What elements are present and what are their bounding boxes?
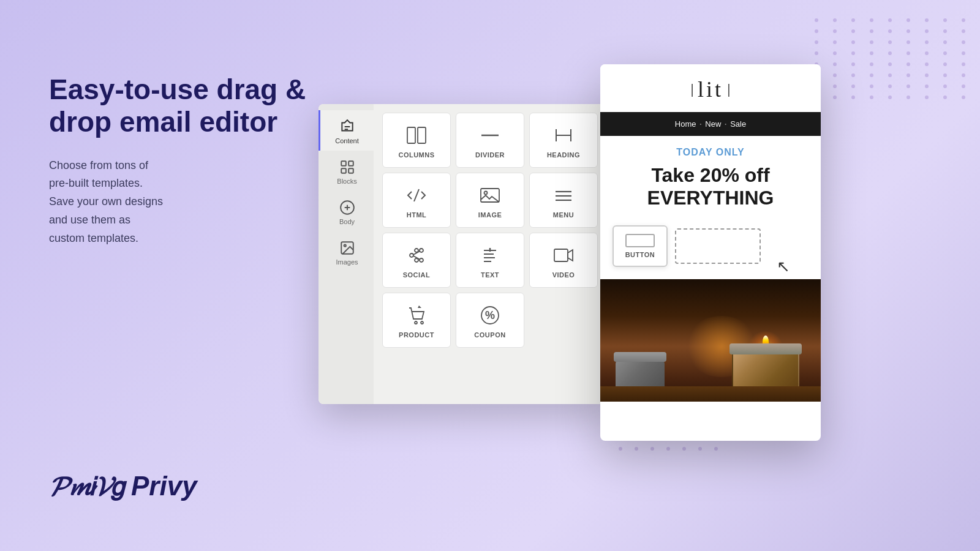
block-video[interactable]: VIDEO xyxy=(529,233,598,288)
svg-point-11 xyxy=(484,192,488,195)
block-divider-label: DIVIDER xyxy=(475,151,505,159)
svg-rect-2 xyxy=(341,168,346,173)
blocks-icon xyxy=(339,159,355,175)
social-icon xyxy=(405,244,428,266)
sidebar: Content Blocks Body Images xyxy=(318,104,374,404)
svg-rect-1 xyxy=(349,161,353,166)
block-social[interactable]: SOCIAL xyxy=(382,233,451,288)
sidebar-item-content[interactable]: Content xyxy=(318,110,374,151)
sidebar-body-label: Body xyxy=(339,218,355,225)
email-nav-dot-1: • xyxy=(700,121,702,127)
block-coupon[interactable]: % COUPON xyxy=(456,293,524,348)
sidebar-content-label: Content xyxy=(335,137,359,144)
svg-point-24 xyxy=(421,321,423,324)
sidebar-item-images[interactable]: Images xyxy=(318,231,374,272)
cursor-icon: ↖ xyxy=(777,257,790,276)
candle-scene xyxy=(600,279,821,402)
block-columns[interactable]: COLUMNS xyxy=(382,113,451,168)
coupon-icon: % xyxy=(479,304,501,326)
svg-rect-0 xyxy=(341,161,346,166)
svg-text:%: % xyxy=(485,309,495,321)
email-nav: Home • New • Sale xyxy=(600,112,821,136)
heading-icon xyxy=(552,124,575,146)
product-icon xyxy=(405,304,428,326)
email-nav-sale: Sale xyxy=(730,119,746,129)
block-heading-label: HEADING xyxy=(547,151,580,159)
block-text-label: TEXT xyxy=(481,271,499,279)
email-button-area: BUTTON ↖ xyxy=(600,222,821,279)
text-icon xyxy=(479,244,501,266)
email-drop-zone xyxy=(675,228,761,264)
svg-marker-25 xyxy=(418,305,421,308)
block-columns-label: COLUMNS xyxy=(398,151,434,159)
svg-rect-22 xyxy=(554,249,568,261)
email-nav-dot-2: • xyxy=(725,121,726,127)
block-menu[interactable]: MENU xyxy=(529,173,598,228)
blocks-grid: COLUMNS DIVIDER HEADING xyxy=(380,110,600,350)
block-text[interactable]: TEXT xyxy=(456,233,524,288)
sidebar-item-body[interactable]: Body xyxy=(318,191,374,231)
block-social-label: SOCIAL xyxy=(403,271,431,279)
columns-icon xyxy=(405,124,428,146)
video-icon xyxy=(552,244,575,266)
svg-rect-8 xyxy=(418,127,426,143)
sidebar-blocks-label: Blocks xyxy=(337,178,356,185)
email-today-only: TODAY ONLY xyxy=(600,136,821,162)
block-product[interactable]: PRODUCT xyxy=(382,293,451,348)
block-image-label: IMAGE xyxy=(478,211,502,219)
svg-point-16 xyxy=(420,249,423,252)
svg-point-17 xyxy=(420,258,423,262)
block-menu-label: MENU xyxy=(553,211,574,219)
block-image[interactable]: IMAGE xyxy=(456,173,524,228)
main-heading: Easy-to-use drag & drop email editor xyxy=(49,73,306,138)
sidebar-images-label: Images xyxy=(336,258,358,266)
email-preview: | lit | Home • New • Sale TODAY ONLY Tak… xyxy=(600,64,821,441)
block-html[interactable]: HTML xyxy=(382,173,451,228)
email-nav-home: Home xyxy=(675,119,696,129)
block-product-label: PRODUCT xyxy=(399,331,434,339)
content-area: COLUMNS DIVIDER HEADING xyxy=(374,104,606,404)
svg-point-6 xyxy=(344,245,345,247)
image-icon xyxy=(479,184,501,206)
images-icon xyxy=(339,240,355,256)
svg-point-15 xyxy=(410,253,413,257)
email-button-label: BUTTON xyxy=(625,251,655,258)
sub-text: Choose from tons ofpre-built templates.S… xyxy=(49,157,306,247)
divider-icon xyxy=(479,124,501,146)
block-html-label: HTML xyxy=(407,211,427,219)
dots-top-right xyxy=(796,0,980,245)
email-headline-line1: Take 20% off xyxy=(651,164,769,186)
block-divider[interactable]: DIVIDER xyxy=(456,113,524,168)
email-candle-image xyxy=(600,279,821,402)
svg-point-23 xyxy=(415,321,417,324)
block-coupon-label: COUPON xyxy=(474,331,505,339)
email-logo: lit xyxy=(698,77,723,102)
editor-panel: Content Blocks Body Images xyxy=(318,104,606,404)
content-icon xyxy=(339,119,355,135)
email-logo-bar: | lit | xyxy=(600,64,821,112)
block-video-label: VIDEO xyxy=(552,271,575,279)
body-icon xyxy=(339,200,355,216)
block-heading[interactable]: HEADING xyxy=(529,113,598,168)
svg-rect-7 xyxy=(407,127,415,143)
email-button-rect xyxy=(625,234,655,247)
privy-logo: 𝓟𝓶𝗂𝓥𝗀 Privy xyxy=(49,471,197,502)
left-section: Easy-to-use drag & drop email editor Cho… xyxy=(49,73,306,247)
email-nav-new: New xyxy=(705,119,721,129)
sidebar-item-blocks[interactable]: Blocks xyxy=(318,151,374,191)
menu-icon xyxy=(552,184,575,206)
html-icon xyxy=(405,184,428,206)
email-button-block: BUTTON xyxy=(612,225,668,267)
email-headline-line2: EVERYTHING xyxy=(647,187,774,209)
email-headline: Take 20% off EVERYTHING xyxy=(600,162,821,222)
svg-rect-3 xyxy=(349,168,353,173)
